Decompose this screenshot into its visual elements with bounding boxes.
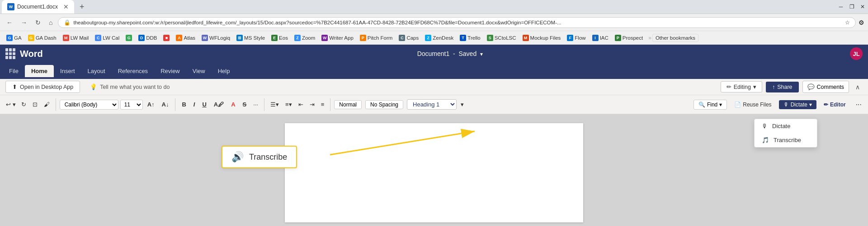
bookmark-atlas[interactable]: A Atlas [173,34,198,42]
reuse-files-button[interactable]: 📄 Reuse Files [730,100,776,109]
ribbon-right-tools: 🔍 Find ▾ 📄 Reuse Files 🎙 Dictate ▾ ✏ Edi… [693,99,864,110]
dictate-dropdown[interactable]: 🎙 Dictate 🎵 Transcribe [754,119,817,148]
bookmark-ga-dash[interactable]: G GA Dash [25,34,59,42]
style-no-spacing[interactable]: No Spacing [365,100,403,109]
restore-button[interactable]: ❐ [846,1,857,12]
bookmark-ms-style[interactable]: ⊞ MS Style [234,34,268,42]
editing-chevron-icon: ▾ [753,83,756,90]
style-normal[interactable]: Normal [334,100,362,109]
ms-icon: ⊞ [236,35,243,41]
editor-button[interactable]: ✏ Editor [819,100,850,109]
font-family-select[interactable]: Calibri (Body) [60,100,118,110]
more-format-button[interactable]: ··· [251,100,260,109]
comments-button[interactable]: 💬 Comments [802,81,849,93]
user-avatar[interactable]: JL [850,47,863,60]
decrease-font-button[interactable]: A↓ [159,100,172,109]
indent-increase-button[interactable]: ⇥ [307,100,317,109]
bookmark-pitch[interactable]: P Pitch Form [357,34,396,42]
editing-button[interactable]: ✏ Editing ▾ [721,81,762,92]
dictate-menu-item[interactable]: 🎙 Dictate [755,119,817,133]
close-button[interactable]: ✕ [857,1,868,12]
clear-format-button[interactable]: 🖌 [42,100,52,109]
font-color-button[interactable]: A [228,100,238,109]
bookmark-ga[interactable]: G GA [4,34,24,42]
collapse-ribbon-button[interactable]: ∧ [853,82,863,92]
clipboard-button[interactable]: ⊡ [30,100,40,109]
home-button[interactable]: ⌂ [46,17,55,28]
bookmark-mockup[interactable]: M Mockup Files [520,34,564,42]
open-desktop-button[interactable]: ⬆ Open in Desktop App [5,81,80,93]
forward-button[interactable]: → [18,17,30,28]
font-size-select[interactable]: 11 [120,100,143,110]
prospect-icon: P [615,35,621,41]
bookmark-zoom[interactable]: Z Zoom [292,34,318,42]
tab-references[interactable]: References [112,65,154,77]
tab-review[interactable]: Review [154,65,186,77]
active-tab[interactable]: W Document1.docx ✕ [2,0,74,14]
editor-icon: ✏ [824,101,828,108]
dictate-button[interactable]: 🎙 Dictate ▾ [779,100,816,109]
saved-chevron-icon[interactable]: ▾ [480,51,483,57]
bookmark-caps[interactable]: C Caps [396,34,421,42]
bold-button[interactable]: B [179,100,189,109]
dictate-mic-icon: 🎙 [762,123,768,129]
app-grid-icon[interactable] [5,48,16,59]
bookmark-iac[interactable]: I IAC [590,34,611,42]
indent-decrease-button[interactable]: ⇤ [296,100,306,109]
find-button[interactable]: 🔍 Find ▾ [693,100,727,110]
window-controls: ─ ❐ ✕ [835,1,868,12]
bookmark-zendesk[interactable]: Z ZenDesk [422,34,456,42]
toolbar-divider-3 [264,98,264,111]
bullets-button[interactable]: ☰▾ [268,100,281,109]
tab-view[interactable]: View [186,65,212,77]
pencil-icon: ✏ [726,83,731,90]
underline-button[interactable]: U [199,100,209,109]
bookmark-prospect[interactable]: P Prospect [612,34,646,42]
back-button[interactable]: ← [4,17,15,28]
ddb-icon: D [138,35,145,41]
bookmark-other[interactable]: Other bookmarks [652,34,698,42]
bookmark-flow[interactable]: F Flow [564,34,588,42]
bookmark-sctolsc[interactable]: S SCtoLSC [484,34,519,42]
strikethrough-button[interactable]: S [240,100,250,109]
style-expand-button[interactable]: ▾ [458,100,466,109]
heading-select[interactable]: Heading 1 [407,99,457,110]
tab-close-button[interactable]: ✕ [63,3,69,10]
transcribe-menu-item[interactable]: 🎵 Transcribe [755,133,817,147]
numbering-button[interactable]: ≡▾ [283,100,294,109]
bookmark-google[interactable]: G [123,34,135,42]
share-button[interactable]: ↑ Share [766,82,799,92]
document-title: Document1 - Saved ▾ [50,50,850,57]
tab-file[interactable]: File [3,65,25,77]
italic-button[interactable]: I [191,100,198,109]
increase-font-button[interactable]: A↑ [145,100,157,109]
highlight-button[interactable]: A🖊 [211,100,226,109]
bookmark-lw-mail[interactable]: M LW Mail [60,34,92,42]
minimize-button[interactable]: ─ [835,1,846,12]
sctolsc-icon: S [487,35,493,41]
reuse-icon: 📄 [734,101,741,108]
bookmark-ddb[interactable]: D DDB [136,34,160,42]
reload-button[interactable]: ↻ [33,17,43,28]
tab-insert[interactable]: Insert [54,65,81,77]
bookmark-writer[interactable]: W Writer App [319,34,356,42]
ga-dash-icon: G [28,35,34,41]
bookmarks-more-icon[interactable]: » [648,35,651,41]
bookmarks-bar: G GA G GA Dash M LW Mail C LW Cal G D DD… [0,31,868,45]
bookmark-wflogiq[interactable]: W WFLogiq [199,34,233,42]
redo-button[interactable]: ↻ [19,100,28,109]
tab-layout[interactable]: Layout [81,65,112,77]
undo-button[interactable]: ↩ ▾ [4,100,18,109]
document-page [285,123,583,222]
tab-home[interactable]: Home [25,65,54,77]
alignment-button[interactable]: ≡ [319,100,327,109]
address-bar[interactable]: 🔒 theaboutgroup-my.sharepoint.com/:w:/r/… [58,17,856,28]
new-tab-button[interactable]: + [76,2,88,12]
bookmark-eos[interactable]: E Eos [269,34,291,42]
tell-me-input[interactable]: 💡 Tell me what you want to do [84,81,176,92]
bookmark-red[interactable]: ■ [160,34,172,42]
tab-help[interactable]: Help [212,65,236,77]
bookmark-lw-cal[interactable]: C LW Cal [92,34,122,42]
more-options-button[interactable]: ··· [853,99,864,110]
bookmark-trello[interactable]: T Trello [457,34,483,42]
